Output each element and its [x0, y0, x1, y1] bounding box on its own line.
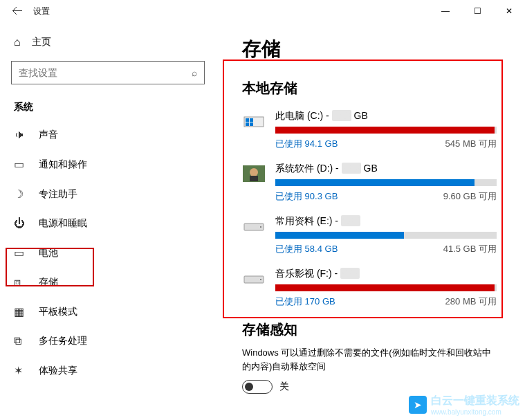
- watermark-url: www.baiyunxitong.com: [431, 408, 519, 416]
- drive-icon: [242, 111, 266, 131]
- drive-row[interactable]: 音乐影视 (F:) - XXX 已使用 170 GB 280 MB 可用: [242, 268, 518, 308]
- drive-row[interactable]: 此电脑 (C:) - XXX GB 已使用 94.1 GB 545 MB 可用: [242, 110, 518, 150]
- drive-row[interactable]: 常用资料 (E:) - XXX 已使用 58.4 GB 41.5 GB 可用: [242, 215, 518, 255]
- sidebar-item-power[interactable]: ⏻ 电源和睡眠: [0, 209, 221, 238]
- svg-point-6: [250, 168, 258, 176]
- sidebar-item-focus[interactable]: ☽ 专注助手: [0, 179, 221, 209]
- sidebar: ⌂ 主页 ⌕ 系统 🕩 声音▭ 通知和操作☽ 专注助手⏻ 电源和睡眠▭ 电池⧈ …: [0, 22, 221, 420]
- sound-icon: 🕩: [14, 129, 26, 141]
- sidebar-item-tablet[interactable]: ▦ 平板模式: [0, 297, 221, 327]
- maximize-button[interactable]: ☐: [461, 0, 493, 22]
- storage-sense-title: 存储感知: [242, 320, 518, 339]
- battery-icon: ▭: [14, 246, 26, 259]
- minimize-button[interactable]: —: [430, 0, 461, 22]
- svg-rect-1: [246, 118, 249, 122]
- sidebar-item-label: 平板模式: [39, 306, 77, 318]
- watermark-text: 白云一键重装系统: [431, 394, 519, 408]
- sidebar-item-storage[interactable]: ⧈ 存储: [0, 268, 221, 297]
- drive-used: 已使用 58.4 GB: [275, 243, 338, 255]
- sidebar-item-notify[interactable]: ▭ 通知和操作: [0, 149, 221, 179]
- drive-title: 音乐影视 (F:) - XXX: [275, 268, 504, 280]
- drive-free: 545 MB 可用: [445, 138, 497, 150]
- drive-free: 41.5 GB 可用: [443, 243, 497, 255]
- storage-sense-desc: Windows 可以通过删除不需要的文件(例如临时文件和回收站中的内容)自动释放…: [242, 346, 498, 373]
- drive-used: 已使用 94.1 GB: [275, 138, 338, 150]
- svg-rect-3: [246, 122, 249, 126]
- search-field[interactable]: [19, 67, 192, 78]
- drive-title: 系统软件 (D:) - XXX GB: [275, 163, 504, 175]
- drive-bar: [275, 232, 497, 239]
- drive-row[interactable]: 系统软件 (D:) - XXX GB 已使用 90.3 GB 9.60 GB 可…: [242, 163, 518, 203]
- page-title: 存储: [242, 36, 518, 62]
- drive-bar: [275, 127, 497, 134]
- notify-icon: ▭: [14, 158, 26, 171]
- multitask-icon: ⧉: [14, 335, 26, 347]
- drive-title: 常用资料 (E:) - XXX: [275, 215, 504, 228]
- sidebar-item-label: 声音: [39, 129, 58, 141]
- sidebar-item-label: 电池: [39, 247, 58, 259]
- drive-used: 已使用 90.3 GB: [275, 190, 338, 203]
- svg-rect-2: [250, 118, 253, 122]
- sidebar-item-label: 电源和睡眠: [39, 217, 87, 230]
- sidebar-item-sound[interactable]: 🕩 声音: [0, 120, 221, 149]
- storage-sense-toggle[interactable]: [242, 380, 273, 394]
- drive-icon: [242, 164, 266, 183]
- power-icon: ⏻: [14, 217, 26, 230]
- drive-free: 9.60 GB 可用: [443, 190, 497, 203]
- focus-icon: ☽: [14, 188, 26, 201]
- local-storage-header: 本地存储: [242, 79, 518, 98]
- section-header: 系统: [0, 95, 221, 120]
- watermark-icon: ➤: [409, 396, 427, 414]
- toggle-knob: [245, 383, 253, 391]
- drive-free: 280 MB 可用: [445, 295, 497, 308]
- storage-icon: ⧈: [14, 276, 26, 289]
- svg-rect-4: [250, 122, 253, 126]
- watermark: ➤ 白云一键重装系统 www.baiyunxitong.com: [409, 394, 519, 416]
- home-link[interactable]: ⌂ 主页: [0, 29, 221, 55]
- drive-title: 此电脑 (C:) - XXX GB: [275, 110, 504, 122]
- sidebar-item-label: 存储: [39, 276, 58, 289]
- sidebar-item-label: 体验共享: [39, 365, 77, 377]
- window-title: 设置: [33, 6, 50, 17]
- svg-point-9: [260, 226, 261, 228]
- sidebar-item-battery[interactable]: ▭ 电池: [0, 238, 221, 268]
- sidebar-item-multitask[interactable]: ⧉ 多任务处理: [0, 327, 221, 356]
- drive-icon: [242, 269, 266, 289]
- toggle-label: 关: [279, 381, 289, 393]
- drive-used: 已使用 170 GB: [275, 295, 335, 308]
- drive-bar: [275, 179, 497, 186]
- home-label: 主页: [32, 36, 51, 48]
- sidebar-item-share[interactable]: ✶ 体验共享: [0, 356, 221, 385]
- svg-rect-7: [250, 176, 258, 181]
- sidebar-item-label: 多任务处理: [39, 335, 87, 347]
- main-panel: 存储 本地存储 此电脑 (C:) - XXX GB 已使用 94.1 GB 54…: [221, 22, 525, 420]
- tablet-icon: ▦: [14, 305, 26, 318]
- sidebar-item-label: 通知和操作: [39, 158, 87, 171]
- back-button[interactable]: 🡠: [7, 1, 28, 21]
- search-input[interactable]: ⌕: [11, 61, 205, 84]
- drive-bar: [275, 284, 497, 291]
- search-icon: ⌕: [192, 67, 197, 78]
- svg-point-11: [260, 279, 261, 280]
- close-button[interactable]: ✕: [493, 0, 525, 22]
- home-icon: ⌂: [14, 36, 21, 48]
- drive-icon: [242, 217, 266, 236]
- share-icon: ✶: [14, 364, 26, 377]
- sidebar-item-label: 专注助手: [39, 188, 77, 201]
